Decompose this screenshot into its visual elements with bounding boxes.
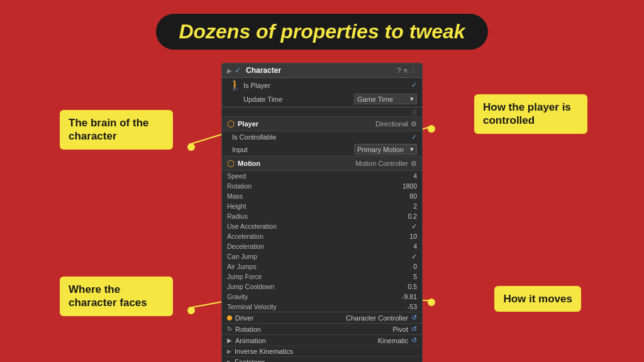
update-time-label: Update Time	[243, 96, 354, 103]
animation-action-icon[interactable]: ↺	[411, 336, 417, 344]
dot-brain	[187, 143, 195, 151]
rotation-label: Rotation	[235, 326, 393, 333]
prop-value: 1800	[402, 182, 417, 190]
prop-value: 4	[413, 172, 417, 180]
motion-properties: Speed4Rotation1800Mass80Height2Radius0.2…	[222, 171, 422, 312]
prop-row: Radius0.2	[222, 211, 422, 221]
panel-header: ▶ ✓ Character ? ≡ ⋮	[222, 63, 422, 78]
animation-section: ▶ Animation Kinematic ↺	[222, 334, 422, 346]
callout-character-faces: Where the character faces	[60, 277, 173, 316]
is-player-label: Is Player	[243, 82, 411, 89]
prop-name: Speed	[227, 172, 413, 180]
prop-name: Terminal Velocity	[227, 303, 408, 310]
driver-section: Driver Character Controller ↺	[222, 312, 422, 323]
prop-name: Deceleration	[227, 243, 413, 250]
input-label: Input	[227, 146, 354, 153]
prop-name: Rotation	[227, 182, 402, 190]
player-section-value: Directional ⚙	[375, 120, 417, 128]
rotation-section: ↻ Rotation Pivot ↺	[222, 323, 422, 334]
title-container: Dozens of properties to tweak	[0, 0, 644, 50]
collapse-arrow: ▶	[227, 348, 231, 354]
rotation-action-icon[interactable]: ↺	[411, 325, 417, 333]
is-player-row: 🚶 Is Player ✓	[222, 78, 422, 92]
prop-value: 80	[409, 192, 417, 200]
collapse-arrow: ▶	[227, 359, 231, 362]
panel-header-icons: ? ≡ ⋮	[397, 67, 417, 75]
rotation-icon: ↻	[227, 326, 232, 332]
callout-player-controlled-text: How the player is controlled	[483, 101, 571, 126]
prop-row: Height2	[222, 201, 422, 211]
player-section-gear[interactable]: ⚙	[411, 120, 417, 128]
prop-name: Acceleration	[227, 233, 409, 240]
callout-brain: The brain of the character	[60, 110, 173, 150]
motion-section-header: ⬡ Motion Motion Controller ⚙	[222, 156, 422, 171]
collapsible-sections: ▶Inverse Kinematics▶Footsteps▶Ragdoll	[222, 346, 422, 362]
collapsible-label: Inverse Kinematics	[235, 348, 293, 355]
panel-title: Character	[246, 66, 394, 75]
prop-row: Jump Cooldown0.5	[222, 282, 422, 292]
prop-row: Air Jumps0	[222, 261, 422, 272]
character-panel: ▶ ✓ Character ? ≡ ⋮ 🚶 Is Player ✓ Update…	[221, 63, 423, 362]
dot-how-moves	[428, 299, 435, 306]
prop-name: Mass	[227, 192, 409, 200]
prop-row: Terminal Velocity-53	[222, 302, 422, 312]
prop-value: ✓	[411, 253, 417, 260]
collapsible-label: Footsteps	[235, 358, 265, 362]
rotation-value: Pivot	[393, 326, 408, 333]
menu-icon[interactable]: ≡	[404, 67, 408, 75]
motion-section-gear[interactable]: ⚙	[411, 160, 417, 168]
panel-extra-icon: ☰	[222, 109, 422, 116]
prop-value: ✓	[411, 222, 417, 230]
prop-row: Use Acceleration✓	[222, 221, 422, 231]
collapsible-row[interactable]: ▶Footsteps	[222, 356, 422, 362]
motion-section-value: Motion Controller ⚙	[355, 160, 417, 168]
dot-character-faces	[187, 307, 195, 314]
animation-label: Animation	[235, 337, 378, 344]
motion-section-label: Motion	[238, 160, 355, 167]
prop-value: 0	[413, 263, 417, 270]
prop-name: Use Acceleration	[227, 222, 411, 230]
help-icon[interactable]: ?	[397, 67, 401, 75]
is-controllable-label: Is Controllable	[227, 133, 411, 141]
prop-value: 5	[413, 273, 417, 280]
prop-name: Jump Force	[227, 273, 413, 280]
prop-value: 0.5	[408, 283, 417, 290]
prop-value: -53	[408, 303, 417, 310]
prop-row: Gravity-9.81	[222, 292, 422, 302]
update-time-value: Game Time	[357, 96, 393, 103]
prop-row: Can Jump✓	[222, 251, 422, 261]
prop-value: 0.2	[408, 212, 417, 220]
callout-player-controlled: How the player is controlled	[474, 94, 587, 134]
prop-value: 2	[413, 202, 417, 210]
is-player-check[interactable]: ✓	[411, 81, 417, 89]
prop-row: Jump Force5	[222, 272, 422, 282]
update-time-row: Update Time Game Time ▾	[222, 92, 422, 106]
panel-check-icon[interactable]: ✓	[235, 66, 241, 75]
is-controllable-row: Is Controllable ✓	[222, 131, 422, 143]
prop-row: Rotation1800	[222, 181, 422, 191]
collapsible-row[interactable]: ▶Inverse Kinematics	[222, 346, 422, 356]
prop-name: Height	[227, 202, 413, 210]
panel-collapse-icon[interactable]: ▶	[227, 67, 232, 74]
player-section-header: ⬡ Player Directional ⚙	[222, 116, 422, 131]
callout-brain-text: The brain of the character	[69, 117, 149, 142]
prop-row: Deceleration4	[222, 241, 422, 251]
prop-value: 10	[409, 233, 417, 240]
animation-value: Kinematic	[378, 337, 408, 344]
input-dropdown[interactable]: Primary Motion ▾	[354, 144, 417, 155]
prop-name: Can Jump	[227, 253, 411, 260]
driver-label: Driver	[235, 314, 346, 322]
callout-character-faces-text: Where the character faces	[69, 283, 147, 309]
prop-name: Gravity	[227, 293, 402, 300]
title-box: Dozens of properties to tweak	[156, 14, 487, 50]
is-controllable-check[interactable]: ✓	[411, 133, 417, 141]
driver-action-icon[interactable]: ↺	[411, 314, 417, 322]
update-time-dropdown[interactable]: Game Time ▾	[354, 94, 417, 104]
dropdown-arrow: ▾	[410, 95, 414, 103]
character-icon: 🚶	[229, 79, 242, 91]
input-row: Input Primary Motion ▾	[222, 143, 422, 156]
more-icon[interactable]: ⋮	[410, 67, 417, 75]
dot-player-controlled	[428, 125, 435, 133]
player-section-icon: ⬡	[227, 119, 235, 129]
motion-section-icon: ⬡	[227, 158, 235, 168]
